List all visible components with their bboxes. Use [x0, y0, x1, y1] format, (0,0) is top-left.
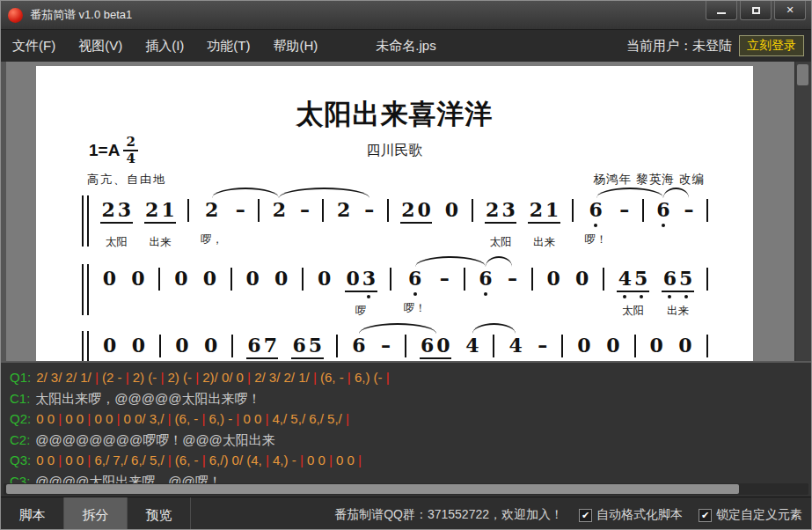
tab-preview[interactable]: 预览 [128, 497, 191, 530]
note[interactable]: 23太阳 [485, 198, 517, 250]
note[interactable]: 2啰， [201, 198, 223, 247]
note[interactable]: 4 [465, 334, 480, 357]
menu-file[interactable]: 文件(F) [1, 38, 67, 53]
note[interactable]: 0 [316, 267, 332, 290]
menu-view[interactable]: 视图(V) [67, 38, 134, 53]
barline[interactable] [634, 335, 636, 357]
note[interactable]: 6 [478, 267, 494, 290]
barline[interactable] [231, 335, 233, 357]
note[interactable]: 67 [246, 334, 279, 359]
note[interactable]: 0 [102, 334, 118, 357]
barline[interactable] [258, 199, 260, 222]
menu-help[interactable]: 帮助(H) [261, 38, 329, 53]
minimize-button[interactable] [706, 1, 737, 20]
checkbox-icon[interactable]: ✔ [699, 509, 712, 522]
barline[interactable] [464, 268, 465, 291]
note[interactable]: 0 [443, 198, 459, 221]
note[interactable]: 21出来 [528, 198, 560, 250]
script-line-q1[interactable]: Q1:2/ 3/ 2/ 1/ | (2 - | 2) (- | 2) (- | … [10, 367, 811, 388]
script-line-c1[interactable]: C1:太阳出来啰，@@@@@太阳出来啰！ [10, 388, 811, 409]
note[interactable]: 0 [245, 267, 260, 290]
note[interactable]: 0 [101, 267, 117, 290]
note[interactable]: – [363, 198, 376, 221]
note[interactable]: 0 [173, 267, 189, 290]
note[interactable]: 0 [201, 267, 217, 290]
barline[interactable] [158, 268, 160, 291]
checkbox-icon[interactable]: ✔ [579, 509, 592, 522]
note[interactable]: 6 [655, 198, 671, 221]
note[interactable]: – [618, 198, 631, 221]
note[interactable]: 0 [130, 334, 146, 357]
double-barline[interactable] [82, 195, 89, 247]
barline[interactable] [390, 268, 391, 291]
barline[interactable] [642, 199, 644, 222]
barline[interactable] [322, 199, 324, 222]
note[interactable]: – [438, 267, 450, 290]
barline[interactable] [405, 335, 406, 357]
note[interactable]: 6啰！ [404, 267, 426, 316]
tab-script[interactable]: 脚本 [1, 497, 64, 530]
note[interactable]: – [537, 334, 549, 357]
barline[interactable] [603, 268, 604, 291]
maximize-button[interactable] [740, 1, 772, 20]
note[interactable]: 0 [574, 267, 589, 290]
barline[interactable] [572, 199, 574, 222]
barline[interactable] [187, 199, 189, 222]
note[interactable]: 0 [677, 334, 693, 357]
note[interactable]: 23太阳 [100, 198, 133, 250]
horizontal-scrollbar[interactable] [4, 483, 808, 495]
barline[interactable] [336, 335, 338, 357]
barline[interactable] [706, 199, 708, 222]
menu-insert[interactable]: 插入(I) [134, 38, 195, 53]
note[interactable]: 0 [605, 334, 621, 357]
note[interactable]: 65 [291, 334, 324, 359]
note[interactable]: 0 [648, 334, 664, 357]
barline[interactable] [230, 268, 232, 291]
checkbox-lock-custom[interactable]: ✔锁定自定义元素 [699, 507, 802, 523]
note[interactable]: 0 [545, 267, 561, 290]
vertical-scrollbar-thumb[interactable] [797, 64, 808, 85]
barline[interactable] [531, 268, 533, 291]
barline[interactable] [472, 199, 473, 222]
note[interactable]: 0 [576, 334, 592, 357]
note[interactable]: 6 [351, 334, 367, 357]
note[interactable]: – [683, 198, 695, 221]
note[interactable]: 0 [130, 267, 146, 290]
barline[interactable] [493, 335, 494, 357]
barline[interactable] [302, 268, 304, 291]
barline[interactable] [561, 335, 563, 357]
note[interactable]: – [379, 334, 391, 357]
script-line-q3[interactable]: Q3:0 0 | 0 0 | 6,/ 7,/ 6,/ 5,/ | (6, - |… [10, 450, 811, 471]
note[interactable]: 0 [203, 334, 219, 357]
note[interactable]: 0 [274, 267, 289, 290]
script-line-q2[interactable]: Q2:0 0 | 0 0 | 0 0 | 0 0/ 3,/ | (6, - | … [10, 409, 811, 430]
note[interactable]: – [234, 198, 246, 221]
barline[interactable] [706, 335, 708, 357]
note[interactable]: 0 [174, 334, 190, 357]
close-button[interactable]: ✕ [774, 1, 806, 20]
note[interactable]: 2 [335, 198, 351, 221]
menu-function[interactable]: 功能(T) [195, 38, 261, 53]
checkbox-autoformat[interactable]: ✔自动格式化脚本 [579, 507, 683, 523]
note[interactable]: 20 [400, 198, 433, 224]
note[interactable]: 65出来 [662, 267, 694, 319]
score-canvas[interactable]: 太阳出来喜洋洋 四川民歌 1=A 2 4 高亢、自由地 杨鸿年 黎英海 改编 2… [1, 62, 811, 361]
note[interactable]: 45太阳 [617, 267, 649, 319]
note[interactable]: – [298, 198, 311, 221]
script-editor[interactable]: Q1:2/ 3/ 2/ 1/ | (2 - | 2) (- | 2) (- | … [1, 361, 811, 497]
login-button[interactable]: 立刻登录 [739, 35, 804, 56]
note[interactable]: 60 [420, 334, 452, 359]
tab-split[interactable]: 拆分 [64, 497, 128, 530]
title-bar[interactable]: 番茄简谱 v1.0 beta1 ✕ [1, 1, 811, 29]
note[interactable]: 4 [508, 334, 523, 357]
barline[interactable] [387, 199, 389, 222]
note[interactable]: 03啰 [345, 267, 377, 319]
note[interactable]: 6啰！ [585, 198, 607, 247]
note[interactable]: 21出来 [144, 198, 177, 250]
double-barline[interactable] [82, 331, 89, 361]
vertical-scrollbar[interactable] [794, 62, 811, 361]
double-barline[interactable] [82, 264, 89, 315]
note[interactable]: – [506, 267, 518, 290]
horizontal-scrollbar-thumb[interactable] [6, 484, 739, 494]
score-page[interactable]: 太阳出来喜洋洋 四川民歌 1=A 2 4 高亢、自由地 杨鸿年 黎英海 改编 2… [36, 66, 753, 361]
